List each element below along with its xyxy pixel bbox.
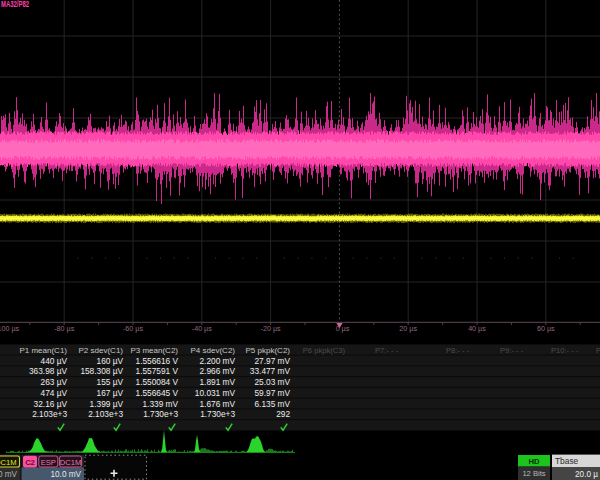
svg-text:1.399 µV: 1.399 µV	[90, 399, 124, 409]
svg-text:P7:- - -: P7:- - -	[375, 346, 399, 355]
svg-text:25.03 mV: 25.03 mV	[254, 377, 290, 387]
svg-text:59.97 mV: 59.97 mV	[254, 388, 290, 398]
svg-text:Tbase: Tbase	[555, 456, 579, 466]
svg-text:-40 µs: -40 µs	[192, 324, 213, 333]
svg-text:1.891 mV: 1.891 mV	[199, 377, 235, 387]
svg-text:155 µV: 155 µV	[97, 377, 124, 387]
svg-text:440 µV: 440 µV	[41, 356, 68, 366]
svg-text:C2: C2	[25, 458, 35, 467]
svg-text:40 µs: 40 µs	[468, 324, 486, 333]
svg-text:20.0 µ: 20.0 µ	[575, 470, 598, 479]
svg-text:27.97 mV: 27.97 mV	[254, 356, 290, 366]
svg-text:HD: HD	[529, 457, 540, 466]
svg-text:2.200 mV: 2.200 mV	[199, 356, 235, 366]
svg-text:20.0 mV: 20.0 mV	[0, 470, 18, 479]
svg-text:2.103e+3: 2.103e+3	[32, 409, 67, 419]
svg-text:60 µs: 60 µs	[537, 324, 555, 333]
svg-text:474 µV: 474 µV	[41, 388, 68, 398]
svg-text:DC1M: DC1M	[0, 458, 17, 467]
svg-text:33.477 mV: 33.477 mV	[250, 366, 291, 376]
svg-text:DC1M: DC1M	[60, 458, 82, 467]
svg-text:P5 pkpk(C2): P5 pkpk(C2)	[246, 346, 291, 355]
svg-text:263 µV: 263 µV	[41, 377, 68, 387]
svg-text:6.135 mV: 6.135 mV	[254, 399, 290, 409]
svg-text:2.966 mV: 2.966 mV	[199, 366, 235, 376]
svg-text:1.676 mV: 1.676 mV	[199, 399, 235, 409]
svg-text:10.0 mV: 10.0 mV	[51, 470, 82, 479]
svg-text:-60 µs: -60 µs	[123, 324, 144, 333]
svg-text:2.103e+3: 2.103e+3	[88, 409, 123, 419]
svg-text:P6 pkpk(C3): P6 pkpk(C3)	[303, 346, 346, 355]
svg-text:MA32/P82: MA32/P82	[1, 0, 29, 9]
svg-text:363.98 µV: 363.98 µV	[29, 366, 67, 376]
svg-text:1.557591 V: 1.557591 V	[136, 366, 179, 376]
svg-text:20 µs: 20 µs	[399, 324, 417, 333]
svg-text:1.556645 V: 1.556645 V	[136, 388, 179, 398]
svg-text:-80 µs: -80 µs	[54, 324, 75, 333]
svg-text:P10:- - -: P10:- - -	[551, 346, 579, 355]
svg-text:12 Bits: 12 Bits	[522, 469, 545, 478]
svg-text:292: 292	[276, 409, 290, 419]
svg-text:P9:- - -: P9:- - -	[500, 346, 524, 355]
svg-text:1.550084 V: 1.550084 V	[136, 377, 179, 387]
svg-text:160 µV: 160 µV	[97, 356, 124, 366]
svg-text:ESP: ESP	[41, 458, 56, 467]
svg-text:32.16 µV: 32.16 µV	[34, 399, 68, 409]
svg-text:1.730e+3: 1.730e+3	[200, 409, 235, 419]
svg-text:10.031 mV: 10.031 mV	[195, 388, 236, 398]
svg-text:P4 sdev(C2): P4 sdev(C2)	[191, 346, 236, 355]
svg-text:1.730e+3: 1.730e+3	[143, 409, 178, 419]
svg-text:158.308 µV: 158.308 µV	[80, 366, 123, 376]
svg-text:1.556616 V: 1.556616 V	[136, 356, 179, 366]
svg-text:P2 sdev(C1): P2 sdev(C1)	[79, 346, 124, 355]
svg-text:1.339 mV: 1.339 mV	[142, 399, 178, 409]
svg-text:P11:- - -: P11:- - -	[596, 346, 600, 355]
svg-text:-20 µs: -20 µs	[261, 324, 282, 333]
svg-text:P1 mean(C1): P1 mean(C1)	[19, 346, 67, 355]
svg-text:P3 mean(C2): P3 mean(C2)	[130, 346, 178, 355]
svg-text:-100 µs: -100 µs	[0, 324, 20, 333]
svg-text:P8:- - -: P8:- - -	[446, 346, 470, 355]
svg-text:167 µV: 167 µV	[97, 388, 124, 398]
